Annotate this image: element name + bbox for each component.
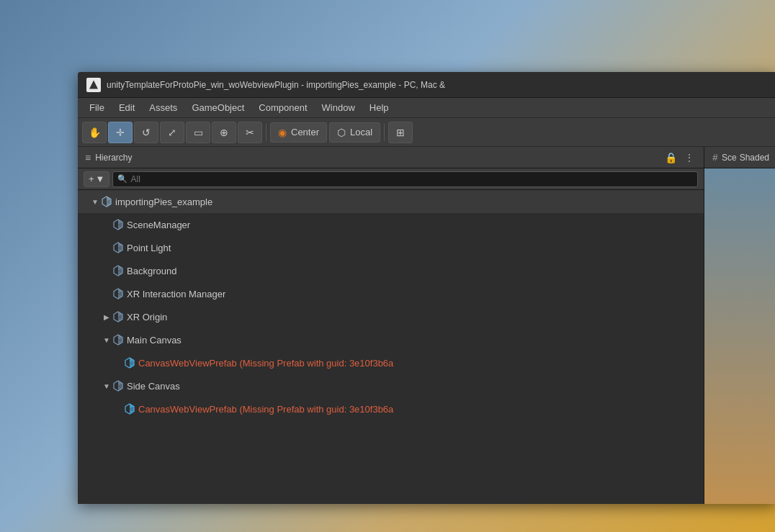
shading-mode: Shaded xyxy=(740,153,769,163)
hierarchy-search-wrap[interactable]: 🔍 xyxy=(112,171,698,187)
tree-arrow-sc[interactable] xyxy=(101,380,112,392)
tree-item-point-light[interactable]: Point Light xyxy=(78,236,704,259)
menu-help[interactable]: Help xyxy=(364,100,395,115)
unity-scene-icon xyxy=(101,196,112,207)
tree-item-scene-manager[interactable]: SceneManager xyxy=(78,213,704,236)
toolbar-local-dropdown[interactable]: ⬡ Local xyxy=(329,122,380,143)
cube-icon-bg xyxy=(112,265,124,276)
hierarchy-tree: importingPies_example ⋮ xyxy=(78,190,704,504)
cube-icon-xro xyxy=(112,311,124,323)
canvas-webview-side-label: CanvasWebViewPrefab (Missing Prefab with… xyxy=(138,404,698,415)
content-area: Hierarchy 🔒 ⋮ + ▼ 🔍 xyxy=(78,147,775,504)
background-label: Background xyxy=(127,266,698,276)
hierarchy-lock-btn[interactable]: 🔒 xyxy=(663,150,678,165)
scene-viewport xyxy=(704,168,775,504)
hierarchy-panel: Hierarchy 🔒 ⋮ + ▼ 🔍 xyxy=(78,147,704,504)
tool-rect[interactable]: ▭ xyxy=(186,122,210,143)
scene-panel-header: # Sce Shaded xyxy=(704,147,775,168)
tool-scale[interactable]: ⤢ xyxy=(160,122,184,143)
search-icon: 🔍 xyxy=(117,174,127,184)
cube-icon-xri xyxy=(112,288,124,299)
tree-arrow-mc[interactable] xyxy=(101,334,112,346)
cube-icon-cws xyxy=(124,403,135,415)
tree-arrow-xro[interactable] xyxy=(101,311,112,323)
scene-root-label: importingPies_example xyxy=(115,197,684,207)
scene-manager-label: SceneManager xyxy=(127,220,698,230)
cube-icon-mc xyxy=(112,334,124,346)
menu-edit[interactable]: Edit xyxy=(113,100,140,115)
hierarchy-icon xyxy=(85,152,91,163)
cube-icon-pl xyxy=(112,242,124,253)
main-canvas-label: Main Canvas xyxy=(127,335,698,346)
menu-window[interactable]: Window xyxy=(316,100,361,115)
tree-item-canvas-webview-side[interactable]: CanvasWebViewPrefab (Missing Prefab with… xyxy=(78,397,704,420)
scene-grid-icon: # xyxy=(712,152,719,163)
window-title: unityTemplateForProtoPie_win_woWebviewPl… xyxy=(107,80,445,90)
menu-assets[interactable]: Assets xyxy=(143,100,183,115)
tool-hand[interactable]: ✋ xyxy=(82,122,107,143)
cube-icon-cwm xyxy=(124,357,135,369)
cube-icon-sc xyxy=(112,380,124,392)
hierarchy-title: Hierarchy xyxy=(85,152,658,163)
title-bar: unityTemplateForProtoPie_win_woWebviewPl… xyxy=(78,72,775,98)
scene-panel-title: Sce xyxy=(722,153,737,163)
menu-bar: File Edit Assets GameObject Component Wi… xyxy=(78,98,775,118)
tree-item-side-canvas[interactable]: Side Canvas xyxy=(78,374,704,397)
menu-component[interactable]: Component xyxy=(253,100,313,115)
hierarchy-search-input[interactable] xyxy=(130,174,693,184)
canvas-webview-main-label: CanvasWebViewPrefab (Missing Prefab with… xyxy=(138,358,698,369)
tool-grid[interactable]: ⊞ xyxy=(388,122,413,143)
tree-item-xr-origin[interactable]: XR Origin xyxy=(78,305,704,328)
hierarchy-search-bar: + ▼ 🔍 xyxy=(78,168,704,190)
tree-item-canvas-webview-main[interactable]: CanvasWebViewPrefab (Missing Prefab with… xyxy=(78,351,704,374)
hierarchy-panel-header: Hierarchy 🔒 ⋮ xyxy=(78,147,704,168)
add-dropdown-icon: ▼ xyxy=(96,173,105,184)
tree-item-main-canvas[interactable]: Main Canvas xyxy=(78,328,704,351)
menu-gameobject[interactable]: GameObject xyxy=(186,100,250,115)
toolbar: ✋ ✛ ↺ ⤢ ▭ ⊕ ✂ ◉ Center ⬡ Local ⊞ xyxy=(78,118,775,147)
point-light-label: Point Light xyxy=(127,243,698,253)
side-canvas-label: Side Canvas xyxy=(127,381,698,392)
tree-item-scene-root[interactable]: importingPies_example ⋮ xyxy=(78,190,704,213)
local-label: Local xyxy=(350,127,372,137)
center-label: Center xyxy=(291,127,319,137)
tree-item-xr-interaction[interactable]: XR Interaction Manager xyxy=(78,282,704,305)
tool-move[interactable]: ✛ xyxy=(108,122,133,143)
hierarchy-more-btn[interactable]: ⋮ xyxy=(682,150,696,165)
xr-interaction-label: XR Interaction Manager xyxy=(127,289,698,299)
xr-origin-label: XR Origin xyxy=(127,312,698,323)
add-object-btn[interactable]: + ▼ xyxy=(84,171,109,187)
tool-transform[interactable]: ⊕ xyxy=(212,122,236,143)
tool-custom[interactable]: ✂ xyxy=(238,122,262,143)
add-icon: + xyxy=(89,173,94,184)
target-icon: ◉ xyxy=(278,127,287,138)
tool-rotate[interactable]: ↺ xyxy=(134,122,158,143)
hierarchy-header-actions: 🔒 ⋮ xyxy=(663,150,696,165)
cube-icon-sm xyxy=(112,219,124,230)
unity-logo-icon xyxy=(86,78,101,92)
toolbar-separator-2 xyxy=(384,124,385,141)
cube-icon: ⬡ xyxy=(337,127,346,138)
unity-window: unityTemplateForProtoPie_win_woWebviewPl… xyxy=(78,72,775,504)
toolbar-center-dropdown[interactable]: ◉ Center xyxy=(270,122,327,143)
tree-arrow-scene-root[interactable] xyxy=(89,196,101,207)
menu-file[interactable]: File xyxy=(84,100,110,115)
scene-panel: # Sce Shaded xyxy=(704,147,775,504)
tool-group-transform: ✋ ✛ ↺ ⤢ ▭ ⊕ ✂ xyxy=(82,122,262,143)
tree-item-background[interactable]: Background xyxy=(78,259,704,282)
toolbar-separator-1 xyxy=(266,124,266,141)
